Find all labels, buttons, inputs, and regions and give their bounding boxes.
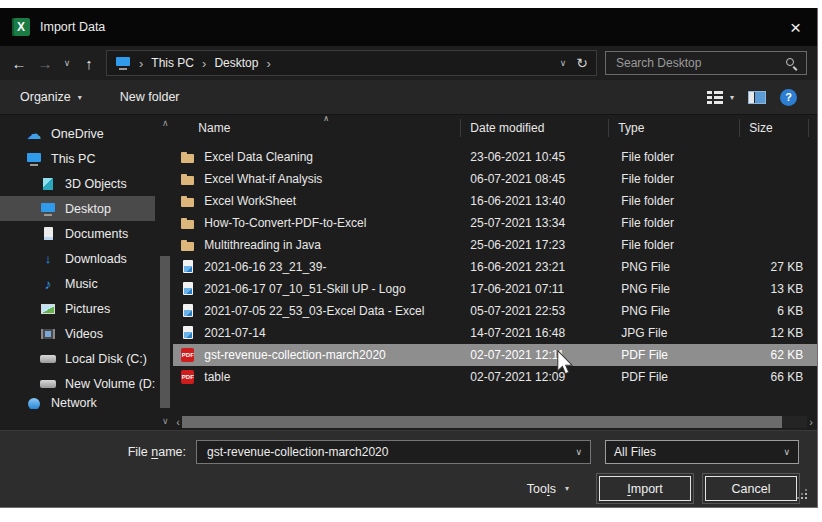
- disk-icon: [40, 351, 56, 367]
- organize-button[interactable]: Organize ▾: [20, 90, 82, 104]
- breadcrumb-desktop[interactable]: Desktop: [214, 56, 258, 70]
- file-row-excel-data-cleaning[interactable]: Excel Data Cleaning23-06-2021 10:45File …: [173, 146, 817, 168]
- this-pc-icon: [115, 55, 131, 71]
- sidebar-item-downloads[interactable]: ↓Downloads: [0, 246, 155, 271]
- screen: X Import Data × ← → ∨ ↑ › This PC › Desk…: [0, 0, 822, 522]
- type-cell: File folder: [609, 172, 740, 186]
- tools-button[interactable]: Tools ▾: [527, 482, 569, 496]
- import-button[interactable]: Import: [599, 476, 691, 501]
- excel-app-icon: X: [12, 18, 30, 36]
- sidebar-item-local-disk-c[interactable]: Local Disk (C:): [0, 346, 155, 371]
- disk-icon: [40, 376, 56, 392]
- change-view-button[interactable]: ▾: [707, 91, 734, 104]
- search-icon[interactable]: [785, 57, 798, 70]
- titlebar: X Import Data ×: [0, 8, 817, 46]
- file-name-input[interactable]: [205, 444, 575, 460]
- file-row-table[interactable]: PDFtable02-07-2021 12:09PDF File66 KB: [173, 366, 817, 388]
- date-modified-cell: 05-07-2021 22:53: [461, 304, 609, 318]
- scrollbar-thumb[interactable]: [160, 256, 170, 408]
- scroll-down-icon[interactable]: ∨: [162, 416, 169, 426]
- sidebar-item-label: Network: [51, 396, 97, 409]
- desktop-icon: [40, 201, 56, 217]
- scroll-up-icon[interactable]: ∧: [162, 118, 169, 128]
- sidebar-item-pictures[interactable]: Pictures: [0, 296, 155, 321]
- breadcrumb-separator-icon: ›: [139, 56, 143, 71]
- search-input[interactable]: [614, 55, 785, 71]
- date-modified-cell: 17-06-2021 07:11: [461, 282, 609, 296]
- image-file-icon: [180, 259, 196, 275]
- breadcrumb[interactable]: › This PC › Desktop › ∨ ↻: [106, 50, 597, 76]
- size-cell: 12 KB: [740, 326, 809, 340]
- file-row-2021-07-14[interactable]: 2021-07-1414-07-2021 16:48JPG File12 KB: [173, 322, 817, 344]
- organize-dropdown-icon: ▾: [78, 93, 82, 102]
- file-row-excel-what-if-analysis[interactable]: Excel What-if Analysis06-07-2021 08:45Fi…: [173, 168, 817, 190]
- scroll-left-icon[interactable]: ‹: [176, 416, 180, 428]
- date-modified-cell: 25-06-2021 17:23: [461, 238, 609, 252]
- close-icon[interactable]: ×: [786, 18, 805, 37]
- sidebar-scrollbar[interactable]: ∧ ∨: [158, 118, 172, 426]
- search-box: [605, 51, 807, 75]
- cube-icon: [40, 176, 56, 192]
- preview-pane-icon[interactable]: [748, 91, 766, 104]
- forward-icon[interactable]: →: [36, 55, 54, 72]
- file-name-cell: PDFgst-revenue-collection-march2020: [173, 347, 461, 363]
- size-cell: 6 KB: [740, 304, 809, 318]
- column-header-size[interactable]: Size: [740, 119, 809, 137]
- sidebar-item-3d-objects[interactable]: 3D Objects: [0, 171, 155, 196]
- sidebar-item-label: Documents: [65, 227, 128, 241]
- file-row-excel-worksheet[interactable]: Excel WorkSheet16-06-2021 13:40File fold…: [173, 190, 817, 212]
- file-name-text: Excel Data Cleaning: [204, 150, 313, 164]
- file-row-how-to-convert-pdf-to-excel[interactable]: How-To-Convert-PDF-to-Excel25-07-2021 13…: [173, 212, 817, 234]
- download-icon: ↓: [40, 251, 56, 267]
- image-file-icon: [180, 281, 196, 297]
- scroll-right-icon[interactable]: ›: [809, 416, 813, 428]
- file-row-gst-revenue-collection-march2020[interactable]: PDFgst-revenue-collection-march202002-07…: [173, 344, 817, 366]
- up-icon[interactable]: ↑: [80, 55, 98, 72]
- back-icon[interactable]: ←: [10, 55, 28, 72]
- file-row-2021-07-05-22-53-03-excel-data-excel[interactable]: 2021-07-05 22_53_03-Excel Data - Excel05…: [173, 300, 817, 322]
- sidebar-item-music[interactable]: ♪Music: [0, 271, 155, 296]
- sidebar-item-onedrive[interactable]: ☁OneDrive: [0, 121, 155, 146]
- date-modified-cell: 16-06-2021 23:21: [461, 260, 609, 274]
- recent-locations-chevron-icon[interactable]: ∨: [62, 58, 72, 68]
- file-type-value: All Files: [614, 445, 656, 459]
- globe-icon: [26, 396, 42, 409]
- resize-grip[interactable]: [805, 497, 807, 499]
- music-icon: ♪: [40, 276, 56, 292]
- sidebar-item-desktop[interactable]: Desktop: [0, 196, 155, 221]
- column-header-type[interactable]: Type: [609, 119, 740, 137]
- cancel-button[interactable]: Cancel: [705, 476, 797, 501]
- file-name-text: table: [204, 370, 230, 384]
- file-type-select[interactable]: All Files ∨: [605, 440, 799, 464]
- help-icon[interactable]: ?: [780, 89, 797, 106]
- size-cell: 62 KB: [740, 348, 809, 362]
- new-folder-button[interactable]: New folder: [120, 90, 180, 104]
- chevron-down-icon[interactable]: ∨: [575, 447, 582, 457]
- sidebar-item-network[interactable]: Network: [0, 396, 155, 409]
- type-cell: PDF File: [609, 348, 740, 362]
- file-row-2021-06-17-07-10-51-skill-up-logo[interactable]: 2021-06-17 07_10_51-Skill UP - Logo17-06…: [173, 278, 817, 300]
- folder-file-icon: [180, 193, 196, 209]
- column-header-date-modified[interactable]: Date modified: [461, 119, 609, 137]
- sidebar-item-this-pc[interactable]: This PC: [0, 146, 155, 171]
- details-view-icon: [707, 91, 723, 104]
- type-cell: PNG File: [609, 282, 740, 296]
- scrollbar-thumb[interactable]: [182, 416, 782, 428]
- sidebar-item-new-volume-d[interactable]: New Volume (D:: [0, 371, 155, 396]
- type-cell: File folder: [609, 238, 740, 252]
- file-row-multithreading-in-java[interactable]: Multithreading in Java25-06-2021 17:23Fi…: [173, 234, 817, 256]
- sidebar-item-documents[interactable]: Documents: [0, 221, 155, 246]
- column-header-name[interactable]: Name: [173, 119, 461, 137]
- type-cell: JPG File: [609, 326, 740, 340]
- file-name-text: Excel What-if Analysis: [204, 172, 322, 186]
- video-icon: [40, 326, 56, 342]
- address-dropdown-icon[interactable]: ∨: [560, 58, 567, 68]
- breadcrumb-this-pc[interactable]: This PC: [151, 56, 194, 70]
- refresh-icon[interactable]: ↻: [576, 55, 588, 71]
- sidebar-item-label: Local Disk (C:): [65, 352, 147, 366]
- sidebar-item-videos[interactable]: Videos: [0, 321, 155, 346]
- file-name-cell: 2021-07-05 22_53_03-Excel Data - Excel: [173, 303, 461, 319]
- new-folder-label: New folder: [120, 90, 180, 104]
- horizontal-scrollbar[interactable]: ‹ ›: [176, 415, 813, 429]
- file-row-2021-06-16-23-21-39[interactable]: 2021-06-16 23_21_39-16-06-2021 23:21PNG …: [173, 256, 817, 278]
